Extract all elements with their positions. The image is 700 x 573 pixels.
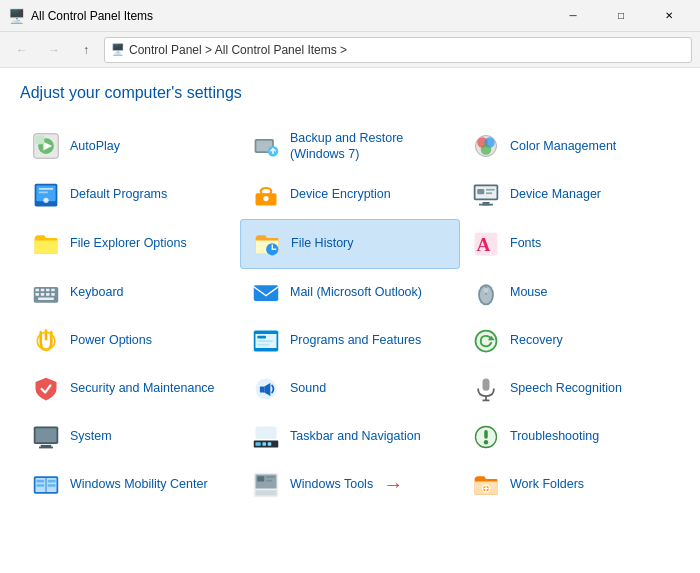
troubleshooting-label: Troubleshooting bbox=[510, 428, 599, 444]
svg-point-10 bbox=[481, 145, 492, 156]
grid-item-autoplay[interactable]: AutoPlay bbox=[20, 122, 240, 171]
up-button[interactable]: ↑ bbox=[72, 36, 100, 64]
svg-rect-66 bbox=[268, 442, 272, 446]
grid-item-windows-tools[interactable]: Windows Tools→ bbox=[240, 461, 460, 509]
grid-item-security-maintenance[interactable]: Security and Maintenance bbox=[20, 365, 240, 413]
svg-rect-14 bbox=[39, 188, 53, 190]
power-options-label: Power Options bbox=[70, 332, 152, 348]
windows-tools-label: Windows Tools bbox=[290, 476, 373, 492]
system-label: System bbox=[70, 428, 112, 444]
svg-rect-30 bbox=[36, 288, 40, 291]
grid-item-recovery[interactable]: Recovery bbox=[460, 317, 680, 365]
taskbar-navigation-label: Taskbar and Navigation bbox=[290, 428, 421, 444]
programs-features-icon bbox=[250, 325, 282, 357]
back-button[interactable]: ← bbox=[8, 36, 36, 64]
svg-rect-36 bbox=[46, 293, 50, 296]
security-maintenance-label: Security and Maintenance bbox=[70, 380, 215, 396]
default-programs-label: Default Programs bbox=[70, 186, 167, 202]
svg-rect-37 bbox=[51, 293, 55, 296]
svg-rect-50 bbox=[257, 343, 269, 345]
page-title: Adjust your computer's settings bbox=[20, 84, 680, 102]
power-options-icon bbox=[30, 325, 62, 357]
recovery-icon bbox=[470, 325, 502, 357]
items-grid: AutoPlayBackup and Restore (Windows 7)Co… bbox=[20, 122, 680, 509]
system-icon bbox=[30, 421, 62, 453]
file-explorer-options-icon bbox=[30, 228, 62, 260]
svg-rect-32 bbox=[46, 288, 50, 291]
file-history-icon bbox=[251, 228, 283, 260]
grid-item-device-encryption[interactable]: Device Encryption bbox=[240, 171, 460, 219]
svg-rect-21 bbox=[477, 188, 484, 193]
grid-item-programs-features[interactable]: Programs and Features bbox=[240, 317, 460, 365]
grid-item-system[interactable]: System bbox=[20, 413, 240, 461]
grid-item-power-options[interactable]: Power Options bbox=[20, 317, 240, 365]
device-encryption-label: Device Encryption bbox=[290, 186, 391, 202]
mail-icon bbox=[250, 277, 282, 309]
programs-features-label: Programs and Features bbox=[290, 332, 421, 348]
maximize-button[interactable]: □ bbox=[598, 1, 644, 31]
grid-item-troubleshooting[interactable]: Troubleshooting bbox=[460, 413, 680, 461]
windows-mobility-icon bbox=[30, 469, 62, 501]
address-bar[interactable]: 🖥️ Control Panel > All Control Panel Ite… bbox=[104, 37, 692, 63]
minimize-button[interactable]: ─ bbox=[550, 1, 596, 31]
nav-bar: ← → ↑ 🖥️ Control Panel > All Control Pan… bbox=[0, 32, 700, 68]
close-button[interactable]: ✕ bbox=[646, 1, 692, 31]
windows-mobility-label: Windows Mobility Center bbox=[70, 476, 208, 492]
forward-button[interactable]: → bbox=[40, 36, 68, 64]
svg-rect-31 bbox=[41, 288, 45, 291]
svg-rect-23 bbox=[486, 192, 492, 194]
title-bar-icon: 🖥️ bbox=[8, 8, 25, 24]
work-folders-icon bbox=[470, 469, 502, 501]
svg-rect-25 bbox=[479, 203, 493, 205]
recovery-label: Recovery bbox=[510, 332, 563, 348]
svg-rect-38 bbox=[38, 297, 54, 300]
svg-rect-39 bbox=[254, 285, 279, 301]
speech-recognition-icon bbox=[470, 373, 502, 405]
grid-item-device-manager[interactable]: Device Manager bbox=[460, 171, 680, 219]
grid-item-mouse[interactable]: Mouse bbox=[460, 269, 680, 317]
taskbar-navigation-icon bbox=[250, 421, 282, 453]
svg-point-18 bbox=[263, 195, 268, 200]
svg-rect-83 bbox=[266, 479, 272, 481]
svg-rect-82 bbox=[266, 476, 275, 478]
mouse-label: Mouse bbox=[510, 284, 548, 300]
grid-item-color-management[interactable]: Color Management bbox=[460, 122, 680, 171]
svg-rect-54 bbox=[260, 386, 264, 392]
grid-item-mail[interactable]: Mail (Microsoft Outlook) bbox=[240, 269, 460, 317]
grid-item-backup-restore[interactable]: Backup and Restore (Windows 7) bbox=[240, 122, 460, 171]
window-controls: ─ □ ✕ bbox=[550, 1, 692, 31]
svg-text:A: A bbox=[476, 234, 490, 255]
svg-rect-81 bbox=[257, 476, 264, 481]
grid-item-file-explorer-options[interactable]: File Explorer Options bbox=[20, 219, 240, 269]
default-programs-icon bbox=[30, 179, 62, 211]
grid-item-keyboard[interactable]: Keyboard bbox=[20, 269, 240, 317]
fonts-icon: A bbox=[470, 228, 502, 260]
svg-rect-34 bbox=[36, 293, 40, 296]
content-area: Adjust your computer's settings AutoPlay… bbox=[0, 68, 700, 573]
svg-rect-35 bbox=[41, 293, 45, 296]
svg-rect-70 bbox=[484, 430, 488, 439]
device-manager-icon bbox=[470, 179, 502, 211]
svg-rect-33 bbox=[51, 288, 55, 291]
svg-point-43 bbox=[484, 287, 488, 292]
grid-item-default-programs[interactable]: Default Programs bbox=[20, 171, 240, 219]
grid-item-file-history[interactable]: File History bbox=[240, 219, 460, 269]
grid-item-sound[interactable]: Sound bbox=[240, 365, 460, 413]
grid-item-work-folders[interactable]: Work Folders bbox=[460, 461, 680, 509]
grid-item-windows-mobility[interactable]: Windows Mobility Center bbox=[20, 461, 240, 509]
mouse-icon bbox=[470, 277, 502, 309]
breadcrumb: Control Panel > All Control Panel Items … bbox=[129, 43, 347, 57]
svg-rect-77 bbox=[48, 479, 56, 482]
file-explorer-options-label: File Explorer Options bbox=[70, 235, 187, 251]
svg-rect-65 bbox=[263, 442, 267, 446]
color-management-label: Color Management bbox=[510, 138, 616, 154]
svg-rect-64 bbox=[256, 442, 261, 446]
grid-item-speech-recognition[interactable]: Speech Recognition bbox=[460, 365, 680, 413]
svg-point-71 bbox=[484, 440, 488, 444]
grid-item-taskbar-navigation[interactable]: Taskbar and Navigation bbox=[240, 413, 460, 461]
grid-item-fonts[interactable]: AFonts bbox=[460, 219, 680, 269]
svg-rect-62 bbox=[39, 446, 53, 448]
svg-rect-60 bbox=[36, 428, 57, 442]
svg-rect-78 bbox=[48, 484, 56, 487]
mail-label: Mail (Microsoft Outlook) bbox=[290, 284, 422, 300]
